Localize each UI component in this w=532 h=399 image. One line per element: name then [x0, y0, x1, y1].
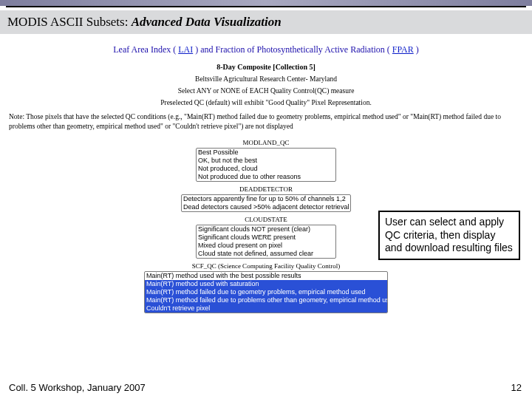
list-item[interactable]: Significant clouds WERE present: [197, 233, 335, 242]
annotation-callout: User can select and apply QC criteria, t…: [378, 211, 520, 260]
list-item[interactable]: Best Possible: [197, 149, 335, 157]
title-italic: Advanced Data Visualization: [132, 15, 282, 29]
list-item[interactable]: Detectors apparently fine for up to 50% …: [182, 195, 350, 203]
window-top-border: [0, 0, 532, 6]
list-item[interactable]: Main(RT) method failed due to problems o…: [145, 296, 387, 304]
site-name: Beltsville Agricultural Research Center-…: [0, 75, 532, 83]
subtitle-line: Leaf Area Index ( LAI ) and Fraction of …: [4, 44, 528, 55]
lai-link[interactable]: LAI: [178, 44, 193, 55]
page-title-banner: MODIS ASCII Subsets: Advanced Data Visua…: [0, 10, 532, 34]
list-item[interactable]: Not produced due to other reasons: [197, 173, 335, 181]
qc-instruction: Select ANY or NONE of EACH Quality Contr…: [0, 87, 532, 95]
list-item[interactable]: Main(RT) method used with saturation: [145, 280, 387, 288]
deaddetector-heading: DEADDETECTOR: [0, 185, 532, 193]
qc-note: Note: Those pixels that have the selecte…: [9, 112, 523, 132]
fpar-link[interactable]: FPAR: [392, 44, 414, 55]
title-prefix: MODIS ASCII Subsets:: [7, 15, 132, 29]
scf-qc-select[interactable]: Main(RT) method used with the best possi…: [144, 271, 388, 313]
list-item[interactable]: Main(RT) method used with the best possi…: [145, 272, 387, 280]
deaddetector-select[interactable]: Detectors apparently fine for up to 50% …: [181, 194, 351, 212]
list-item[interactable]: Significant clouds NOT present (clear): [197, 225, 335, 233]
list-item[interactable]: Mixed cloud present on pixel: [197, 242, 335, 250]
list-item[interactable]: Main(RT) method failed due to geometry p…: [145, 288, 387, 296]
cloudstate-select[interactable]: Significant clouds NOT present (clear) S…: [196, 225, 336, 259]
modland-qc-select[interactable]: Best Possible OK, but not the best Not p…: [196, 148, 336, 182]
list-item[interactable]: Not produced, cloud: [197, 165, 335, 173]
divider: [6, 6, 526, 7]
list-item[interactable]: OK, but not the best: [197, 157, 335, 165]
list-item[interactable]: Dead detectors caused >50% adjacent dete…: [182, 203, 350, 211]
list-item[interactable]: Couldn't retrieve pixel: [145, 304, 387, 313]
modland-qc-heading: MODLAND_QC: [0, 139, 532, 146]
composite-label: 8-Day Composite [Collection 5]: [0, 63, 532, 71]
footer-page-number: 12: [511, 382, 522, 393]
qc-default-note: Preselected QC (default) will exhibit "G…: [0, 99, 532, 106]
list-item[interactable]: Cloud state not defined, assumed clear: [197, 250, 335, 258]
footer-workshop: Coll. 5 Workshop, January 2007: [9, 382, 146, 393]
scf-qc-heading: SCF_QC (Science Computing Facility Quali…: [0, 262, 532, 270]
